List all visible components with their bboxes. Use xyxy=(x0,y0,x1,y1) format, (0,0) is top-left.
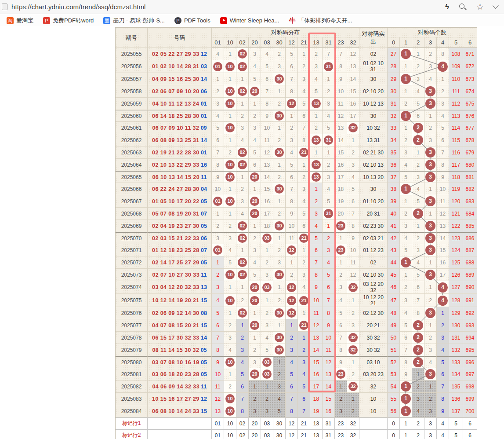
dist-cell: 4 xyxy=(212,294,224,307)
page-icon xyxy=(2,4,7,10)
out-cell: 10 32 xyxy=(359,122,388,134)
dist-cell: 2 xyxy=(335,269,347,281)
out-cell: 02 12 30 xyxy=(359,307,388,319)
marker-count-cell: 5 xyxy=(449,417,463,429)
dist-cell: 3 xyxy=(249,48,261,60)
dist-cell: 9 xyxy=(323,319,335,332)
stat-cell-5: 123 xyxy=(449,232,463,244)
dist-cell-hit: 10 xyxy=(224,294,236,307)
dist-cell: 9 xyxy=(286,208,298,220)
marker-row-label[interactable]: 标记行1 xyxy=(116,417,148,429)
count-cell: 3 xyxy=(412,73,424,85)
url-bar[interactable]: https://chart.ydniu.com/trend/ssq/dcmzst… xyxy=(0,0,504,14)
stat-cell-0: 38 xyxy=(388,183,400,195)
pdftools-icon: P xyxy=(174,17,181,24)
dist-cell: 3 xyxy=(273,380,286,393)
period-cell: 2025069 xyxy=(116,220,148,232)
dist-cell: 12 xyxy=(212,393,224,405)
dist-cell-hit: 12 xyxy=(286,294,298,307)
numbers-cell: 02 06 09 12 14 30 08 xyxy=(148,307,212,319)
hit-circle: 02 xyxy=(238,62,247,71)
table-row: 202506805 07 08 19 20 31 071142017295331… xyxy=(116,208,477,220)
marker-row: 标记行20110022003301221133123320123456 xyxy=(116,429,477,439)
red-balls: 03 07 08 10 16 19 xyxy=(152,359,199,366)
dist-cell: 2 xyxy=(212,269,224,281)
count-cell: 2 xyxy=(412,159,424,171)
stat-cell-5: 113 xyxy=(449,110,463,122)
count-cell: 1 xyxy=(437,73,449,85)
dist-cell: 10 xyxy=(286,220,298,232)
hit-circle: 02 xyxy=(238,221,247,230)
dist-cell-hit: 20 xyxy=(249,171,261,183)
bookmark-item[interactable]: 淘爱淘宝 xyxy=(3,15,37,26)
hit-circle: 3 xyxy=(425,99,435,109)
chevron-down-icon[interactable] xyxy=(493,3,499,9)
hit-circle: 31 xyxy=(324,209,333,218)
blue-ball: 03 xyxy=(201,63,207,70)
dist-cell-hit: 31 xyxy=(323,60,335,73)
dist-cell: 3 xyxy=(323,98,335,110)
numbers-cell: 03 07 08 10 16 19 05 xyxy=(148,356,212,368)
dist-cell: 1 xyxy=(347,294,359,307)
url-text[interactable]: https://chart.ydniu.com/trend/ssq/dcmzst… xyxy=(11,3,145,11)
zoom-out-icon[interactable] xyxy=(459,3,467,11)
bookmark-item[interactable]: 墨墨刀 - 易球-彭帅-S... xyxy=(99,15,169,26)
bookmark-item[interactable]: 牛「体彩排列5今天开... xyxy=(285,15,356,26)
marker-count-cell: 0 xyxy=(388,417,400,429)
marker-dist-cell: 03 xyxy=(261,417,273,429)
dist-cell: 2 xyxy=(323,232,335,244)
blue-ball: 07 xyxy=(201,247,207,253)
dist-cell: 1 xyxy=(224,208,236,220)
red-balls: 06 15 17 30 32 33 xyxy=(152,335,199,341)
bookmark-item[interactable]: PPDF Tools xyxy=(170,15,214,26)
dist-cell: 4 xyxy=(236,134,249,146)
dist-col-header: 32 xyxy=(347,37,359,48)
count-cell: 6 xyxy=(412,110,424,122)
numbers-cell: 06 08 09 13 25 31 14 xyxy=(148,134,212,146)
red-balls: 02 04 19 23 27 30 xyxy=(152,223,199,229)
blue-ball: 16 xyxy=(201,162,207,168)
count-cell: 9 xyxy=(437,405,449,417)
flash-icon[interactable]: ϟ xyxy=(445,3,449,11)
dist-cell: 6 xyxy=(347,195,359,208)
count-cell: 2 xyxy=(412,60,424,73)
bookmark-item[interactable]: P免费PDF转word xyxy=(39,15,98,26)
dist-cell: 3 xyxy=(249,356,261,368)
stat-cell-5: 131 xyxy=(449,332,463,344)
dist-cell: 3 xyxy=(335,281,347,294)
blue-ball: 06 xyxy=(201,88,207,95)
count-cell: 3 xyxy=(424,60,437,73)
hit-circle: 20 xyxy=(250,197,259,206)
blue-ball: 15 xyxy=(201,322,207,329)
count-cell-hit: 4 xyxy=(437,60,449,73)
red-balls: 04 07 08 15 20 21 xyxy=(152,322,199,329)
numbers-cell: 06 07 09 10 11 32 09 xyxy=(148,122,212,134)
out-cell: 13 31 xyxy=(359,134,388,146)
count-cell: 2 xyxy=(437,85,449,98)
hit-circle: 23 xyxy=(336,245,345,255)
hit-circle: 3 xyxy=(425,221,435,231)
red-balls: 05 07 08 19 20 31 xyxy=(152,211,199,217)
bookmark-star-icon[interactable]: ☆ xyxy=(476,3,484,11)
period-cell: 2025061 xyxy=(116,122,148,134)
marker-dist-cell: 10 xyxy=(224,429,236,439)
red-balls: 06 10 13 14 15 20 xyxy=(152,174,199,180)
count-cell: 1 xyxy=(424,319,437,332)
bookmark-item[interactable]: Winter Sleep Hea... xyxy=(216,15,283,26)
dist-cell: 2 xyxy=(224,319,236,332)
dist-cell: 3 xyxy=(298,356,310,368)
count-cell: 1 xyxy=(424,256,437,269)
hit-circle: 3 xyxy=(425,172,435,182)
marker-row-label[interactable]: 标记行2 xyxy=(116,429,148,439)
stat-cell-6: 674 xyxy=(463,85,477,98)
dist-cell: 9 xyxy=(310,281,323,294)
dist-cell: 9 xyxy=(347,232,359,244)
stat-cell-5: 110 xyxy=(449,73,463,85)
stat-cell-6: 694 xyxy=(463,332,477,344)
out-cell: 30 32 xyxy=(359,344,388,356)
stat-cell-5: 137 xyxy=(449,405,463,417)
stat-cell-6: 680 xyxy=(463,159,477,171)
dist-cell: 8 xyxy=(286,405,298,417)
dist-cell: 10 xyxy=(261,122,273,134)
table-row: 202507202 14 17 25 27 29 051502423127411… xyxy=(116,256,477,269)
